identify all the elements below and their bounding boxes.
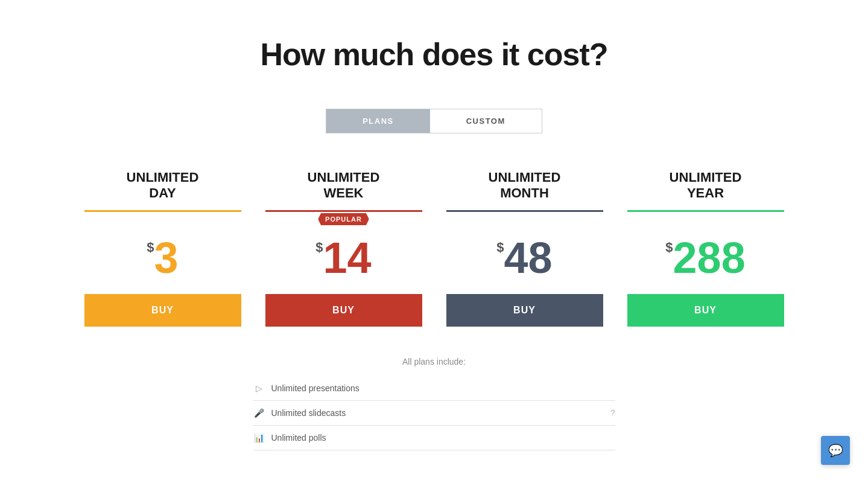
price-amount-week: 14 [323, 236, 372, 280]
plan-card-week: UNLIMITEDWEEK POPULAR $ 14 BUY [253, 170, 434, 339]
price-amount-day: 3 [154, 236, 179, 280]
feature-item: 🎤 Unlimited slidecasts ? [253, 401, 615, 426]
page-container: How much does it cost? PLANS CUSTOM UNLI… [0, 0, 868, 475]
all-plans-section: All plans include: ▷ Unlimited presentat… [253, 357, 615, 450]
feature-icon-0: ▷ [253, 383, 265, 393]
price-dollar-day: $ [147, 241, 154, 254]
toggle-container: PLANS CUSTOM [326, 109, 542, 133]
plan-name-day: UNLIMITEDDAY [127, 170, 199, 202]
plan-divider-month [446, 210, 603, 212]
chat-icon: 💬 [828, 443, 843, 458]
price-amount-year: 288 [673, 236, 746, 280]
plan-card-day: UNLIMITEDDAY $ 3 BUY [72, 170, 253, 339]
feature-icon-2: 📊 [253, 433, 265, 443]
feature-text-1: Unlimited slidecasts [271, 408, 605, 418]
price-container-week: $ 14 [315, 236, 371, 280]
plan-divider-week [265, 210, 422, 212]
buy-button-day[interactable]: BUY [84, 294, 241, 327]
plan-name-year: UNLIMITEDYEAR [670, 170, 742, 202]
plans-toggle-button[interactable]: PLANS [326, 109, 430, 133]
plan-divider-day [84, 210, 241, 212]
popular-badge-week: POPULAR [318, 213, 369, 225]
plan-card-month: UNLIMITEDMONTH $ 48 BUY [434, 170, 615, 339]
feature-text-0: Unlimited presentations [271, 383, 615, 393]
plan-name-month: UNLIMITEDMONTH [489, 170, 561, 202]
all-plans-label: All plans include: [253, 357, 615, 366]
price-container-year: $ 288 [665, 236, 745, 280]
page-title: How much does it cost? [260, 36, 607, 72]
feature-item: 📊 Unlimited polls [253, 426, 615, 450]
plan-card-year: UNLIMITEDYEAR $ 288 BUY [615, 170, 796, 339]
price-container-day: $ 3 [147, 236, 178, 280]
feature-help-1[interactable]: ? [610, 408, 615, 417]
features-list: ▷ Unlimited presentations 🎤 Unlimited sl… [253, 376, 615, 450]
plans-container: UNLIMITEDDAY $ 3 BUY UNLIMITEDWEEK POPUL… [72, 170, 796, 339]
price-dollar-week: $ [315, 241, 323, 254]
plan-divider-year [627, 210, 784, 212]
plan-name-week: UNLIMITEDWEEK [308, 170, 380, 202]
price-dollar-year: $ [665, 241, 673, 254]
feature-text-2: Unlimited polls [271, 433, 615, 443]
chat-button[interactable]: 💬 [821, 436, 850, 465]
feature-icon-1: 🎤 [253, 408, 265, 418]
price-amount-month: 48 [504, 236, 553, 280]
buy-button-month[interactable]: BUY [446, 294, 603, 327]
custom-toggle-button[interactable]: CUSTOM [430, 109, 542, 133]
feature-item: ▷ Unlimited presentations [253, 376, 615, 401]
buy-button-year[interactable]: BUY [627, 294, 784, 327]
price-container-month: $ 48 [496, 236, 552, 280]
buy-button-week[interactable]: BUY [265, 294, 422, 327]
price-dollar-month: $ [496, 241, 504, 254]
